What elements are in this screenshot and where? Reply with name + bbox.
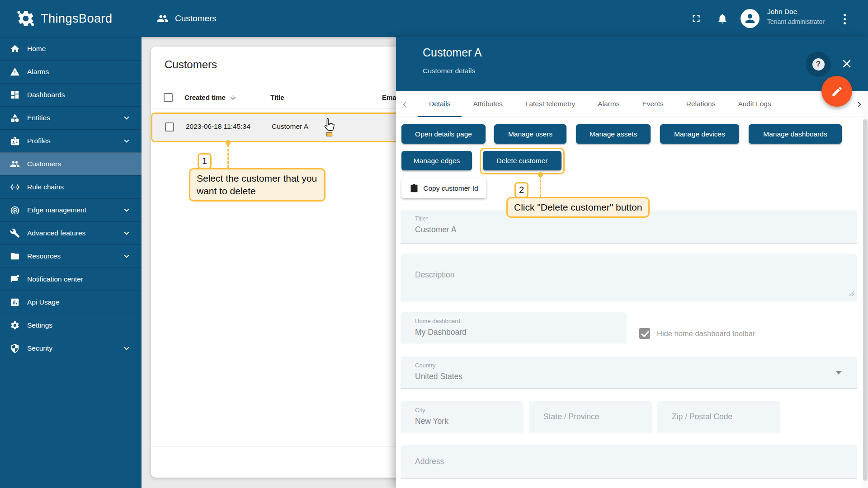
api-usage-chart-icon [10,297,20,307]
sidebar-item-profiles[interactable]: Profiles [0,129,142,152]
copy-customer-id-button[interactable]: Copy customer Id [401,178,486,198]
question-mark-icon: ? [812,58,825,70]
user-role: Tenant administrator [767,18,825,25]
callout1-dashed-line [227,145,229,168]
hide-toolbar-checkbox[interactable] [639,328,650,339]
chevron-down-icon [122,113,132,123]
step1-badge: 1 [198,153,212,169]
tab-relations[interactable]: Relations [675,91,727,117]
sidebar: ThingsBoard Home Alarms Dashboards Entit… [0,0,142,488]
panel-tab-bar: Details Attributes Latest telemetry Alar… [396,91,868,117]
panel-header: Customer A Customer details ? [396,37,868,91]
sort-desc-icon [229,94,237,101]
sidebar-item-security[interactable]: Security [0,337,142,360]
notifications-bell-button[interactable] [716,12,729,25]
state-field[interactable]: State / Province [529,401,652,433]
sidebar-item-rule-chains[interactable]: Rule chains [0,175,142,198]
hand-cursor-icon [322,117,337,138]
user-info: John Doe Tenant administrator [767,8,825,25]
address-field[interactable]: Address [401,445,857,479]
alarm-warning-icon [10,67,20,77]
notification-chat-icon [10,274,20,284]
sidebar-item-api-usage[interactable]: Api Usage [0,291,142,314]
row-created-time: 2023-06-18 11:45:34 [186,122,250,131]
tab-details[interactable]: Details [418,91,462,117]
manage-edges-button[interactable]: Manage edges [401,151,472,170]
home-dashboard-field[interactable]: Home dashboard My Dashboard [401,312,627,344]
rule-chains-icon [10,182,20,192]
tab-latest-telemetry[interactable]: Latest telemetry [514,91,586,117]
sidebar-item-home[interactable]: Home [0,37,142,60]
manage-devices-button[interactable]: Manage devices [660,124,739,144]
chevron-down-icon [122,251,132,261]
hide-toolbar-label: Hide home dashboard toolbar [657,329,755,338]
table-header: Created time Title Email [151,88,422,108]
close-panel-button[interactable] [839,56,854,71]
sidebar-item-dashboards[interactable]: Dashboards [0,83,142,106]
dropdown-caret-icon [835,371,842,375]
profiles-icon [10,136,20,146]
breadcrumb: Customers [157,0,217,37]
step2-badge: 2 [514,182,528,198]
sidebar-item-resources[interactable]: Resources [0,244,142,267]
home-icon [10,44,20,54]
tabs-scroll-left-icon[interactable] [399,99,410,110]
step2-callout: Click "Delete customer" button [506,197,650,218]
manage-users-button[interactable]: Manage users [494,124,566,144]
city-field[interactable]: City New York [401,401,524,433]
delete-button-highlight [480,148,565,174]
description-field[interactable]: Description [401,254,857,301]
tab-audit-logs[interactable]: Audit Logs [726,91,782,117]
customers-card-title: Customers [165,58,217,71]
chevron-down-icon [122,205,132,215]
sidebar-item-edge-management[interactable]: Edge management [0,198,142,221]
panel-title: Customer A [423,46,482,59]
chevron-down-icon [122,343,132,353]
edit-fab-button[interactable] [821,76,852,107]
table-row-customer-a[interactable]: 2023-06-18 11:45:34 Customer A [151,113,422,142]
panel-scrollbar[interactable] [863,91,868,488]
edge-antenna-icon [10,205,20,215]
resize-handle-icon[interactable] [849,290,854,298]
tools-icon [10,228,20,238]
tab-events[interactable]: Events [631,91,675,117]
clipboard-icon [410,184,419,193]
customers-icon [10,159,20,169]
pencil-icon [831,85,843,98]
sidebar-item-entities[interactable]: Entities [0,106,142,129]
row-checkbox[interactable] [165,122,174,131]
step1-callout: Select the customer that you want to del… [189,168,326,202]
sidebar-item-alarms[interactable]: Alarms [0,60,142,83]
chevron-down-icon [122,228,132,238]
zip-field[interactable]: Zip / Postal Code [657,401,780,433]
tab-attributes[interactable]: Attributes [462,91,514,117]
sidebar-item-notification-center[interactable]: Notification center [0,267,142,291]
help-button[interactable]: ? [806,52,831,77]
column-title[interactable]: Title [270,94,284,101]
breadcrumb-label: Customers [175,14,217,23]
sidebar-item-customers[interactable]: Customers [0,152,142,175]
scrollbar-thumb[interactable] [863,119,868,481]
select-all-checkbox[interactable] [164,93,173,102]
sidebar-item-advanced-features[interactable]: Advanced features [0,221,142,244]
gear-icon [10,320,20,330]
manage-assets-button[interactable]: Manage assets [576,124,651,144]
entities-icon [10,113,20,123]
customers-card: Customers Created time Title Email [151,47,422,478]
callout2-dashed-line [540,176,541,197]
sidebar-item-settings[interactable]: Settings [0,314,142,337]
customers-breadcrumb-icon [157,13,169,24]
column-created-time[interactable]: Created time [184,94,237,101]
country-select[interactable]: Country United States [401,357,857,389]
manage-dashboards-button[interactable]: Manage dashboards [749,124,842,144]
thingsboard-logo-icon [16,9,35,28]
row-title: Customer A [272,122,308,131]
open-details-page-button[interactable]: Open details page [401,124,486,144]
tab-alarms[interactable]: Alarms [586,91,631,117]
user-avatar[interactable] [741,9,760,28]
shield-icon [10,343,20,353]
app-title: ThingsBoard [41,12,113,26]
app-logo[interactable]: ThingsBoard [0,0,142,37]
fullscreen-button[interactable] [689,12,703,25]
more-menu-button[interactable] [840,11,849,27]
